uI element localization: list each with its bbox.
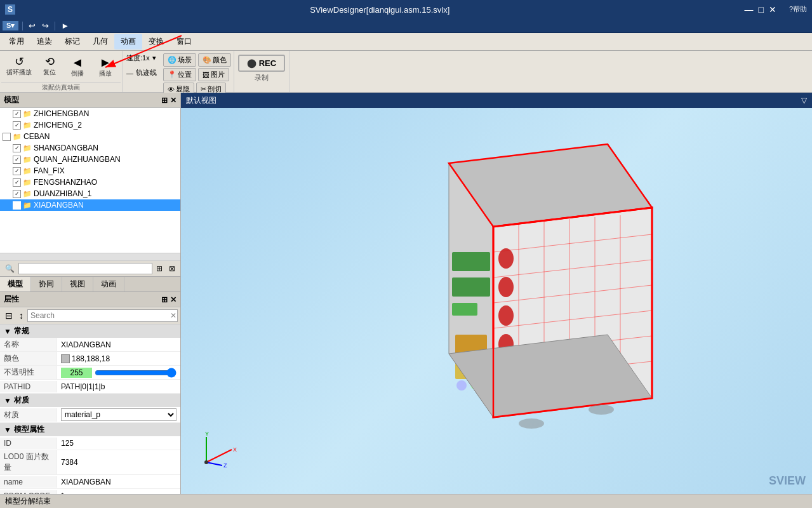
props-sort-button[interactable]: ⊟ — [3, 310, 15, 321]
section-general[interactable]: ▼ 常规 — [0, 324, 180, 338]
minimize-button[interactable]: — — [744, 4, 753, 15]
props-az-button[interactable]: ↕ — [17, 310, 26, 321]
redo-button[interactable]: ↪ — [40, 20, 51, 31]
svg-text:Z: Z — [223, 462, 227, 469]
tree-item-label: FENGSHANZHAO — [34, 178, 97, 187]
play-button[interactable]: ► 播放 — [93, 55, 118, 79]
viewport-header: 默认视图 ▽ — [181, 93, 812, 108]
search-tree-button[interactable]: 🔍 — [3, 263, 17, 274]
prop-color-value[interactable]: 188,188,18 — [57, 353, 180, 364]
tree-item[interactable]: ✓ 📁 SHANGDANGBAN — [0, 142, 180, 154]
search-clear-button[interactable]: ✕ — [170, 311, 176, 320]
grid-view-button[interactable]: ⊞ — [154, 263, 165, 274]
tab-animation[interactable]: 动画 — [93, 277, 124, 291]
checkbox[interactable]: ✓ — [13, 110, 21, 118]
panel-pin-icon[interactable]: ⊞ — [161, 96, 168, 105]
position-icon: 📍 — [168, 70, 176, 79]
svg-rect-23 — [452, 252, 490, 271]
image-button[interactable]: 🖼 图片 — [198, 68, 229, 81]
prop-row-pathid: PATHID PATH|0|1|1|b — [0, 380, 180, 394]
tab-collaborate[interactable]: 协同 — [31, 277, 62, 291]
tree-item[interactable]: ✓ 📁 ZHICHENGBAN — [0, 108, 180, 119]
folder-icon: 📁 — [23, 121, 32, 130]
toolbar-separator-2 — [55, 22, 55, 30]
scene-button[interactable]: 🌐 场景 — [163, 53, 196, 67]
section-modelprops[interactable]: ▼ 模型属性 — [0, 423, 180, 436]
close-tree-button[interactable]: ⊠ — [166, 263, 178, 274]
tree-item[interactable]: ✓ 📁 FENGSHANZHAO — [0, 177, 180, 188]
menu-transform[interactable]: 变换 — [142, 34, 170, 50]
prop-material-value[interactable]: material_p — [57, 407, 180, 422]
checkbox[interactable]: ✓ — [13, 201, 21, 210]
prop-row-opacity: 不透明性 255 — [0, 366, 180, 380]
tree-item[interactable]: ✓ 📁 FAN_FIX — [0, 165, 180, 177]
close-button[interactable]: ✕ — [769, 4, 776, 15]
maximize-button[interactable]: □ — [758, 4, 763, 15]
window-title: SViewDesigner[dianqigui.asm.15.svlx] — [15, 5, 744, 15]
dash-icon: — — [126, 69, 133, 77]
menu-common[interactable]: 常用 — [3, 34, 30, 50]
checkbox[interactable]: ✓ — [13, 190, 21, 198]
checkbox[interactable]: ✓ — [13, 156, 21, 164]
props-close-icon[interactable]: ✕ — [170, 295, 176, 304]
checkbox[interactable]: ✓ — [13, 144, 21, 152]
statusbar: 模型分解结束 — [0, 494, 812, 508]
tree-item[interactable]: 📁 CEBAN — [0, 131, 180, 142]
speed-dropdown-icon[interactable]: ▾ — [152, 54, 156, 62]
menu-geometry[interactable]: 几何 — [86, 34, 114, 50]
loop-play-button[interactable]: ↺ 循环播放 — [4, 55, 34, 79]
prop-name-label: 名称 — [0, 338, 57, 351]
reset-icon: ⟲ — [45, 56, 55, 67]
opacity-slider[interactable] — [95, 368, 176, 378]
model-panel-header: 模型 ⊞ ✕ — [0, 93, 180, 108]
horizontal-scrollbar[interactable] — [0, 253, 180, 260]
tree-item[interactable]: ✓ 📁 ZHICHENG_2 — [0, 119, 180, 131]
prop-color-label: 颜色 — [0, 352, 57, 365]
app-menu-button[interactable]: S▾ — [3, 21, 18, 30]
reverse-icon: ◄ — [71, 56, 84, 69]
svg-rect-24 — [452, 277, 490, 297]
trajectory-label: 轨迹线 — [136, 68, 157, 77]
tab-view[interactable]: 视图 — [62, 277, 93, 291]
help-button[interactable]: ?帮助 — [789, 4, 807, 15]
prop-pathid-value: PATH|0|1|1|b — [57, 381, 180, 392]
props-search-input[interactable] — [27, 309, 178, 322]
checkbox[interactable]: ✓ — [13, 167, 21, 175]
menu-window[interactable]: 窗口 — [170, 34, 198, 50]
tree-search-input[interactable] — [18, 263, 152, 274]
rec-button[interactable]: ⬤ REC — [238, 55, 285, 72]
view-dropdown-icon[interactable]: ▽ — [801, 96, 807, 105]
play-quick-button[interactable]: ► — [59, 20, 71, 31]
tree-item[interactable]: ✓ 📁 DUANZHIBAN_1 — [0, 188, 180, 199]
position-button[interactable]: 📍 位置 — [163, 68, 196, 81]
color-button[interactable]: 🎨 颜色 — [198, 53, 231, 67]
prop-lod0-value: 7384 — [57, 457, 180, 468]
checkbox[interactable] — [3, 133, 11, 141]
checkbox[interactable]: ✓ — [13, 178, 21, 187]
opacity-number[interactable]: 255 — [61, 368, 92, 378]
section-material[interactable]: ▼ 材质 — [0, 394, 180, 407]
props-pin-icon[interactable]: ⊞ — [161, 295, 168, 304]
section-modelprops-collapse-icon: ▼ — [4, 425, 11, 434]
color-icon: 🎨 — [203, 56, 211, 64]
viewport[interactable]: 默认视图 ▽ — [181, 93, 812, 494]
material-select[interactable]: material_p — [61, 408, 176, 421]
tab-model[interactable]: 模型 — [0, 277, 31, 291]
rec-sub-label: 录制 — [255, 73, 269, 83]
tree-item-selected[interactable]: ✓ 📁 XIADANGBAN — [0, 199, 180, 211]
reset-button[interactable]: ⟲ 复位 — [37, 55, 62, 79]
tree-item[interactable]: ✓ 📁 QUIAN_AHZHUANGBAN — [0, 154, 180, 165]
tree-item-label: XIADANGBAN — [34, 201, 84, 210]
prop-pbom-value: * — [57, 490, 180, 495]
undo-button[interactable]: ↩ — [27, 20, 37, 31]
prop-row-id: ID 125 — [0, 436, 180, 450]
image-label: 图片 — [211, 70, 225, 79]
menu-animation[interactable]: 动画 — [114, 34, 142, 50]
menu-render[interactable]: 追染 — [30, 34, 58, 50]
reverse-play-button[interactable]: ◄ 倒播 — [65, 55, 90, 79]
panel-close-icon[interactable]: ✕ — [170, 96, 176, 105]
folder-icon: 📁 — [23, 201, 32, 210]
menu-mark[interactable]: 标记 — [58, 34, 86, 50]
section-collapse-icon: ▼ — [4, 327, 11, 336]
checkbox[interactable]: ✓ — [13, 121, 21, 130]
